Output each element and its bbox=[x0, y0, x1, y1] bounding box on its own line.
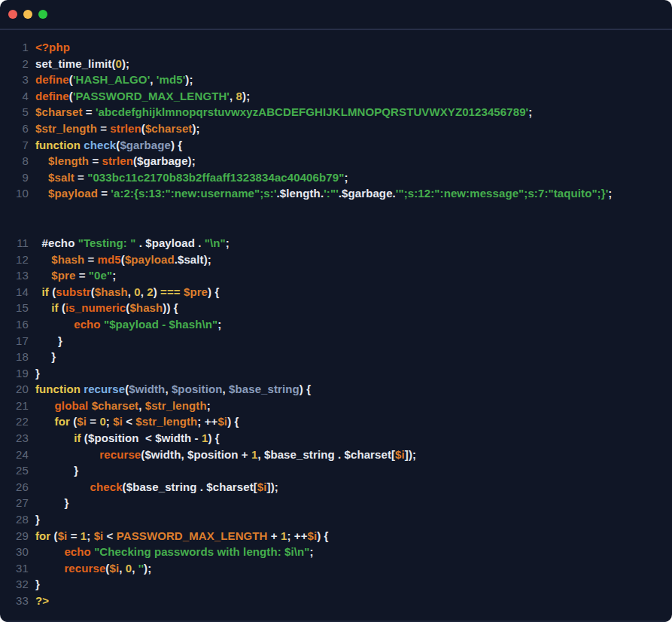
code-token: "0e" bbox=[89, 269, 112, 282]
code-token: = bbox=[75, 269, 88, 282]
code-token: $i bbox=[257, 480, 267, 493]
code-text: ?> bbox=[35, 593, 49, 609]
code-text: define('PASSWORD_MAX_LENGTH', 8); bbox=[35, 88, 250, 105]
code-token: global bbox=[55, 399, 89, 412]
line-number: 19 bbox=[8, 365, 29, 382]
code-text: } bbox=[35, 495, 68, 511]
line-number: 6 bbox=[8, 120, 29, 137]
code-token: ) { bbox=[317, 529, 328, 542]
code-text: } bbox=[35, 333, 62, 349]
code-line: 33?> bbox=[8, 593, 666, 609]
code-token: $i bbox=[58, 529, 68, 542]
line-number: 4 bbox=[8, 88, 29, 105]
code-line: 4define('PASSWORD_MAX_LENGTH', 8); bbox=[8, 88, 666, 105]
line-number: 7 bbox=[8, 137, 29, 154]
code-token: $charset bbox=[145, 122, 193, 135]
code-token: 1 bbox=[81, 529, 87, 542]
code-line: 13 $pre = "0e"; bbox=[8, 267, 666, 284]
code-token: 2 bbox=[147, 285, 153, 298]
code-token: 'abcdefghijklmnopqrstuvwxyzABCDEFGHIJKLM… bbox=[96, 105, 528, 118]
code-token: $payload bbox=[125, 253, 175, 266]
maximize-button[interactable] bbox=[38, 10, 47, 19]
code-token: check bbox=[84, 139, 116, 151]
code-text: for ($i = 1; $i < PASSWORD_MAX_LENGTH + … bbox=[35, 528, 329, 544]
code-token: ; bbox=[344, 171, 348, 184]
code-text: } bbox=[35, 576, 40, 593]
code-line: 2set_time_limit(0); bbox=[8, 56, 666, 72]
code-token: $pre bbox=[51, 269, 75, 282]
code-line: 7function check($garbage) { bbox=[8, 137, 666, 154]
code-token: ) { bbox=[208, 431, 219, 444]
minimize-button[interactable] bbox=[23, 10, 32, 19]
code-token: ($base_string . $charset[ bbox=[123, 480, 257, 493]
code-token: ) { bbox=[171, 139, 182, 151]
code-editor[interactable]: 1<?php2set_time_limit(0);3define('HASH_A… bbox=[0, 30, 672, 620]
code-token: $str_length bbox=[35, 122, 97, 135]
code-token: <?php bbox=[35, 41, 70, 53]
code-token: } bbox=[51, 350, 56, 363]
code-token: ) { bbox=[300, 383, 311, 395]
line-number: 11 bbox=[8, 235, 29, 252]
line-number: 14 bbox=[8, 284, 29, 300]
code-token: $base_string bbox=[229, 383, 300, 395]
code-token: if bbox=[42, 285, 49, 298]
code-text: $charset = 'abcdefghijklmnopqrstuvwxyzAB… bbox=[35, 104, 532, 120]
code-token: for bbox=[35, 529, 50, 542]
code-line: 11 #echo "Testing: " . $payload . "\n"; bbox=[8, 235, 666, 252]
code-token: 8 bbox=[236, 90, 242, 102]
code-token: $charset bbox=[92, 399, 139, 412]
code-token: ($garbage); bbox=[133, 154, 196, 167]
code-token: md5 bbox=[98, 253, 121, 266]
code-token: strlen bbox=[102, 154, 133, 167]
close-button[interactable] bbox=[8, 10, 17, 19]
code-token: } bbox=[58, 334, 62, 347]
code-token: $payload bbox=[48, 187, 98, 200]
code-token: ; bbox=[310, 545, 314, 558]
code-token: PASSWORD_MAX_LENGTH bbox=[117, 529, 268, 542]
code-token: $i bbox=[109, 562, 119, 575]
code-line: 27 } bbox=[8, 495, 666, 511]
code-line: 20function recurse($width, $position, $b… bbox=[8, 381, 666, 398]
line-number: 10 bbox=[8, 185, 29, 202]
code-token: , bbox=[141, 285, 147, 298]
code-token: $salt bbox=[48, 171, 74, 184]
code-text: $payload = 'a:2:{s:13:":new:username";s:… bbox=[35, 185, 612, 202]
code-token: 'a:2:{s:13:":new:username";s:' bbox=[111, 187, 276, 200]
code-token: ) { bbox=[227, 415, 239, 428]
code-token: echo bbox=[64, 545, 90, 558]
code-token: $width bbox=[129, 383, 165, 395]
code-token: $pre bbox=[184, 285, 208, 298]
code-token: ; bbox=[112, 269, 116, 282]
code-token: $i bbox=[308, 529, 318, 542]
code-token: ':"' bbox=[324, 187, 339, 200]
code-text: } bbox=[35, 462, 78, 479]
code-token: recurse bbox=[64, 562, 105, 575]
code-token: ($position < $width - bbox=[81, 431, 202, 444]
code-token: $i bbox=[217, 415, 227, 428]
line-number: 13 bbox=[8, 267, 29, 284]
code-token: } bbox=[64, 496, 68, 509]
line-number: 17 bbox=[8, 333, 29, 349]
code-token: #echo bbox=[42, 236, 78, 249]
code-token: 0 bbox=[134, 285, 140, 298]
code-line: 25 } bbox=[8, 462, 666, 479]
code-token: ($width, $position + bbox=[141, 448, 251, 461]
code-text: echo "$payload - $hash\n"; bbox=[35, 316, 221, 333]
code-text: recurse($i, 0, ''); bbox=[35, 560, 151, 577]
code-token: "\n" bbox=[205, 236, 226, 249]
code-text: function check($garbage) { bbox=[35, 137, 182, 154]
code-token: define bbox=[35, 90, 69, 102]
code-token: 'md5' bbox=[157, 73, 185, 86]
code-line: 5$charset = 'abcdefghijklmnopqrstuvwxyzA… bbox=[8, 104, 666, 120]
code-token: "033bc11c2170b83b2ffaaff1323834ac40406b7… bbox=[87, 171, 344, 184]
code-token: $hash bbox=[129, 301, 163, 314]
code-token: ( bbox=[50, 529, 57, 542]
code-token: if bbox=[74, 431, 81, 444]
line-number: 5 bbox=[8, 104, 29, 120]
code-text: check($base_string . $charset[$i]); bbox=[35, 479, 278, 495]
code-token: $str_length bbox=[145, 399, 207, 412]
code-token: ); bbox=[242, 90, 250, 102]
line-number: 33 bbox=[8, 593, 29, 609]
code-text: if (substr($hash, 0, 2) === $pre) { bbox=[35, 284, 219, 300]
code-token: , bbox=[119, 562, 126, 575]
